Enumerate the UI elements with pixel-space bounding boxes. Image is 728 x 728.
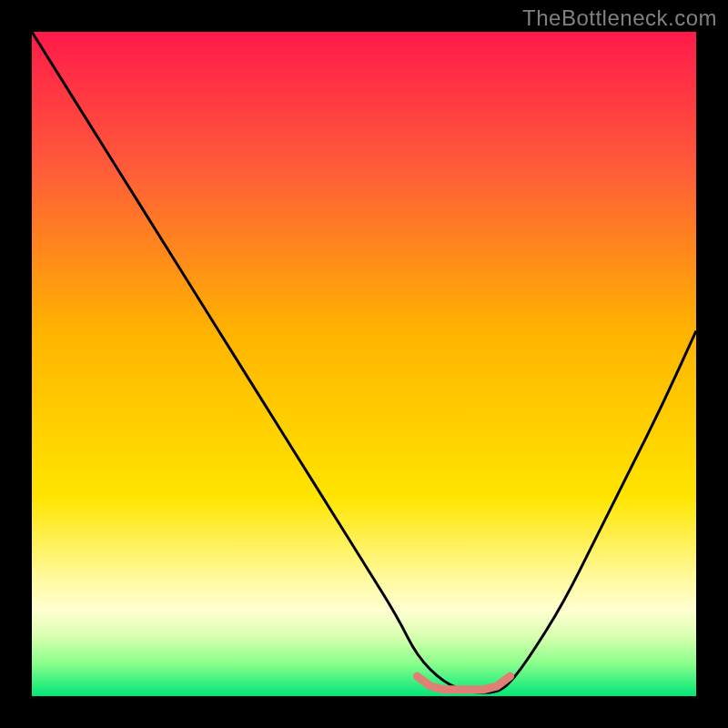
watermark-text: TheBottleneck.com — [522, 5, 717, 31]
chart-canvas — [32, 32, 696, 696]
plot-area — [32, 32, 696, 696]
gradient-background — [32, 32, 696, 696]
chart-frame: TheBottleneck.com — [0, 0, 728, 728]
